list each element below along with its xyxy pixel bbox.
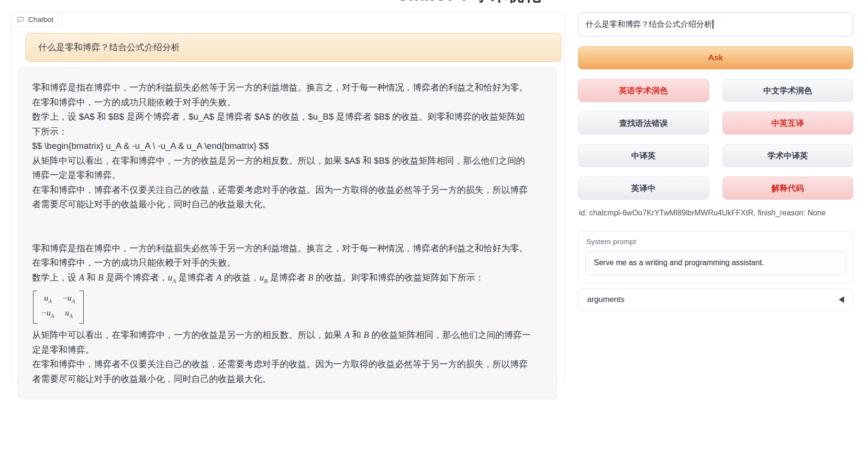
ask-button[interactable]: Ask <box>578 46 853 69</box>
ask-column: 什么是零和博弈？结合公式介绍分析 Ask 英语学术润色中文学术润色查找语法错误中… <box>578 0 853 460</box>
user-message-text: 什么是零和博弈？结合公式介绍分析 <box>38 42 180 52</box>
chatbot-panel: Chatbot 什么是零和博弈？结合公式介绍分析 零和博弈是指在博弈中，一方的利… <box>11 12 565 383</box>
status-line: id: chatcmpl-6wOo7KrYTwMl89lbrMWRu4UkFFX… <box>579 209 826 217</box>
bot-raw-line: 数学上，设 $A$ 和 $B$ 是两个博弈者，$u_A$ 是博弈者 $A$ 的收… <box>32 110 532 139</box>
user-message: 什么是零和博弈？结合公式介绍分析 <box>25 33 561 62</box>
arguments-accordion[interactable]: arguments <box>578 289 853 310</box>
matrix-cell: uA <box>42 292 54 307</box>
bot-paragraph: 从矩阵中可以看出，在零和博弈中，一方的收益是另一方的相反数。所以，如果 A 和 … <box>32 328 532 357</box>
quick-action-button-3[interactable]: 查找语法错误 <box>578 112 709 135</box>
accordion-collapsed-icon <box>839 296 844 303</box>
chatbot-label: Chatbot <box>11 12 62 27</box>
bot-paragraph: 在零和博弈中，博弈者不仅要关注自己的收益，还需要考虑对手的收益。因为一方取得的收… <box>32 357 532 386</box>
quick-action-button-2[interactable]: 中文学术润色 <box>723 79 854 102</box>
system-prompt-label: System prompt <box>586 237 846 246</box>
question-input-value: 什么是零和博弈？结合公式介绍分析 <box>586 20 712 28</box>
bot-message: 零和博弈是指在博弈中，一方的利益损失必然等于另一方的利益增益。换言之，对于每一种… <box>18 67 557 399</box>
bot-rendered-text: 零和博弈是指在博弈中，一方的利益损失必然等于另一方的利益增益。换言之，对于每一种… <box>32 241 532 387</box>
system-prompt-panel: System prompt Serve me as a writing and … <box>578 231 853 284</box>
quick-action-button-6[interactable]: 学术中译英 <box>723 144 854 167</box>
text-cursor <box>712 20 713 29</box>
bot-raw-line: 从矩阵中可以看出，在零和博弈中，一方的收益是另一方的相反数。所以，如果 $A$ … <box>32 154 532 183</box>
bot-raw-line: 零和博弈是指在博弈中，一方的利益损失必然等于另一方的利益增益。换言之，对于每一种… <box>32 80 532 110</box>
matrix-cell: −uA <box>63 292 75 307</box>
matrix-cells: uA−uA−uAuA <box>37 291 79 324</box>
page-title: ChatGPT 学术优化 <box>325 0 612 6</box>
system-prompt-input[interactable]: Serve me as a writing and programming as… <box>585 251 846 276</box>
quick-action-button-4[interactable]: 中英互译 <box>723 112 854 135</box>
arguments-accordion-label: arguments <box>587 295 624 304</box>
chat-bubble-icon <box>17 16 24 23</box>
quick-action-button-7[interactable]: 英译中 <box>578 177 709 200</box>
payoff-matrix: uA−uA−uAuA <box>32 288 532 328</box>
quick-actions-grid: 英语学术润色中文学术润色查找语法错误中英互译中译英学术中译英英译中解释代码 <box>578 79 853 200</box>
matrix-right-bracket <box>79 291 84 324</box>
bot-raw-text: 零和博弈是指在博弈中，一方的利益损失必然等于另一方的利益增益。换言之，对于每一种… <box>32 80 532 212</box>
chatbot-label-text: Chatbot <box>28 15 54 23</box>
quick-action-button-1[interactable]: 英语学术润色 <box>578 79 709 102</box>
matrix-cell: uA <box>63 307 75 322</box>
matrix-cell: −uA <box>42 307 54 322</box>
question-input[interactable]: 什么是零和博弈？结合公式介绍分析 <box>578 12 853 36</box>
matrix-left-bracket <box>33 291 37 324</box>
bot-raw-line: $$ \begin{bmatrix} u_A & -u_A \ -u_A & u… <box>32 139 532 154</box>
system-prompt-value: Serve me as a writing and programming as… <box>594 258 764 267</box>
app-page: ChatGPT 学术优化 Chatbot 什么是零和博弈？结合公式介绍分析 零和… <box>0 0 868 460</box>
quick-action-button-8[interactable]: 解释代码 <box>723 177 854 200</box>
quick-action-button-5[interactable]: 中译英 <box>578 144 709 167</box>
bot-paragraph: 数学上，设 A 和 B 是两个博弈者，uA 是博弈者 A 的收益，uB 是博弈者… <box>32 270 532 288</box>
bot-raw-line: 在零和博弈中，博弈者不仅要关注自己的收益，还需要考虑对手的收益。因为一方取得的收… <box>32 183 532 212</box>
bot-paragraph: 零和博弈是指在博弈中，一方的利益损失必然等于另一方的利益增益。换言之，对于每一种… <box>32 241 532 270</box>
